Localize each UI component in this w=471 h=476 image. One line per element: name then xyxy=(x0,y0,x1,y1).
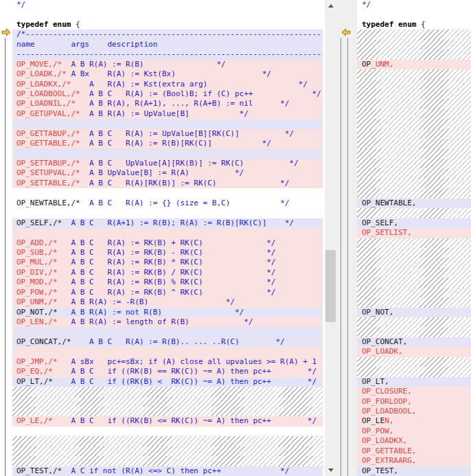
diff-compare-window: */typedef enum {/*----------------------… xyxy=(0,0,471,476)
code-line: OP_DIV,/* A B C R(A) := RK(B) / RK(C) */ xyxy=(12,268,323,277)
code-line: OP_POW,/* A B C R(A) := RK(B) ^ RK(C) */ xyxy=(12,288,323,297)
code-token: { xyxy=(416,20,425,29)
code-token: A B C if ((RK(B) <= RK(C)) ~= A) then pc… xyxy=(53,416,317,425)
code-line xyxy=(357,327,471,337)
code-token: A sBx pc+=sBx; if (A) close all upvalues… xyxy=(58,357,323,366)
code-token: OP_EXTRAARG, xyxy=(362,456,416,465)
code-line: OP_FORLOOP, xyxy=(357,397,471,407)
code-line: OP_NEWTABLE,/* A B C R(A) := {} (size = … xyxy=(12,199,323,208)
right-code-pane[interactable]: */typedef enum {OP_UNM,OP_NEWTABLE,OP_SE… xyxy=(357,0,471,476)
code-token: OP_FORLOOP, xyxy=(362,397,412,406)
code-line: OP_LOADBOOL,/* A B C R(A) := (Bool)B; if… xyxy=(12,89,323,99)
code-line: OP_SETTABLE,/* A B C R(A)[RK(B)] := RK(C… xyxy=(12,179,323,188)
code-line: OP_SELF,/* A B C R(A+1) := R(B); R(A) :=… xyxy=(12,218,323,228)
code-line: OP_NEWTABLE, xyxy=(357,199,471,208)
code-line: OP_MOD,/* A B C R(A) := RK(B) % RK(C) */ xyxy=(12,277,323,287)
code-line xyxy=(357,30,471,39)
code-line: OP_LOADKX, xyxy=(357,436,471,446)
code-line: OP_UNM,/* A B R(A) := -R(B) */ xyxy=(12,297,323,307)
code-token: A B C R(A)[RK(B)] := RK(C) */ xyxy=(80,179,290,188)
middle-strip xyxy=(323,0,357,476)
code-token: A R(A) := Kst(extra arg) */ xyxy=(71,80,307,89)
code-token: OP_GETUPVAL,/* xyxy=(16,109,80,118)
code-line: OP_LOADK,/* A Bx R(A) := Kst(Bx) */ xyxy=(12,69,323,79)
code-line: OP_LEN, xyxy=(357,416,471,426)
code-line xyxy=(357,238,471,248)
code-line: OP_NOT, xyxy=(357,308,471,317)
code-line xyxy=(357,49,471,59)
code-token: OP_LT, xyxy=(362,377,389,386)
code-line xyxy=(357,268,471,277)
code-line xyxy=(357,277,471,287)
code-token: OP_CONCAT, xyxy=(362,337,407,346)
code-token: A B R(A) := -R(B) */ xyxy=(58,297,235,306)
code-token: OP_GETTABLE,/* xyxy=(16,139,80,148)
code-line: OP_GETTABLE,/* A B C R(A) := R(B)[RK(C)]… xyxy=(12,139,323,148)
code-token: A B C R(A+1) := R(B); R(A) := R(B)[RK(C)… xyxy=(62,218,294,227)
code-token: OP_LEN,/* xyxy=(16,317,58,326)
code-line xyxy=(12,10,323,19)
code-line: OP_CONCAT, xyxy=(357,337,471,347)
scrollbar-thumb[interactable] xyxy=(325,250,336,322)
code-token: A B C R(A) := UpValue[B][RK(C)] */ xyxy=(80,129,294,138)
code-line xyxy=(12,446,323,456)
code-token: OP_TEST,/* xyxy=(16,466,62,475)
code-token: A B C if ((RK(B) < RK(C)) ~= A) then pc+… xyxy=(53,377,317,386)
code-line: OP_TEST, xyxy=(357,466,471,476)
code-line: OP_LT,/* A B C if ((RK(B) < RK(C)) ~= A)… xyxy=(12,377,323,387)
code-token: OP_LOADK,/* xyxy=(16,69,67,78)
code-token: A B C if ((RK(B) == RK(C)) ~= A) then pc… xyxy=(53,367,317,376)
code-line: OP_LOADNIL,/* A B R(A), R(A+1), ..., R(A… xyxy=(12,99,323,109)
code-token: */ xyxy=(16,0,25,9)
code-token: A B C R(A) := (Bool)B; if (C) pc++ */ xyxy=(80,89,321,98)
code-token: OP_NOT,/* xyxy=(16,308,58,317)
code-token: name args description xyxy=(16,40,157,49)
scrollbar-down-button[interactable] xyxy=(325,464,336,476)
code-line: /*--------------------------------------… xyxy=(12,30,323,39)
code-line xyxy=(357,248,471,258)
scrollbar-up-button[interactable] xyxy=(325,0,336,12)
code-token: A B UpValue[B] := R(A) */ xyxy=(80,168,244,177)
code-token: A C if not (R(A) <=> C) then pc++ */ xyxy=(62,466,289,475)
code-token: N, xyxy=(384,416,393,425)
left-code-pane[interactable]: */typedef enum {/*----------------------… xyxy=(12,0,323,476)
code-line: OP_ADD,/* A B C R(A) := RK(B) + RK(C) */ xyxy=(12,238,323,248)
code-line: OP_GETUPVAL,/* A B R(A) := UpValue[B] */ xyxy=(12,109,323,119)
code-token: */ xyxy=(362,0,371,9)
code-line xyxy=(357,317,471,327)
code-line xyxy=(12,208,323,218)
code-line xyxy=(12,327,323,337)
code-line: OP_EQ,/* A B C if ((RK(B) == RK(C)) ~= A… xyxy=(12,367,323,376)
code-token: OP_LE,/* xyxy=(16,416,53,425)
code-token: A B C R(A) := R(B)[RK(C)] */ xyxy=(80,139,271,148)
left-gutter-line xyxy=(5,38,5,476)
code-line xyxy=(12,347,323,356)
code-token: A B R(A) := UpValue[B] */ xyxy=(80,109,249,118)
code-token: A B C R(A) := RK(B) + RK(C) */ xyxy=(58,238,276,247)
code-token: OP_LOADK, xyxy=(362,347,403,356)
code-token: A B R(A), R(A+1), ..., R(A+B) := nil */ xyxy=(76,99,289,108)
code-token: OP_CONCAT,/* xyxy=(16,337,71,346)
code-token: OP_TEST, xyxy=(362,466,398,475)
code-token: OP_GETTABUP,/* xyxy=(16,129,80,138)
code-token: OP_POW,/* xyxy=(16,288,58,297)
code-line xyxy=(357,168,471,178)
current-diff-arrow-right-icon xyxy=(1,28,11,36)
left-gutter xyxy=(0,0,12,476)
code-line: OP_JMP,/* A sBx pc+=sBx; if (A) close al… xyxy=(12,357,323,367)
code-token: typedef enum xyxy=(362,20,416,29)
code-token: A B C R(A) := RK(B) % RK(C) */ xyxy=(58,277,276,286)
code-line: OP_SETTABUP,/* A B C UpValue[A][RK(B)] :… xyxy=(12,159,323,168)
code-line xyxy=(357,40,471,49)
code-token: OP_SELF,/* xyxy=(16,218,62,227)
code-line: OP_LT, xyxy=(357,377,471,387)
code-token: OP_NOT, xyxy=(362,308,393,317)
code-line: */ xyxy=(12,0,323,10)
code-line xyxy=(357,10,471,19)
code-line xyxy=(12,188,323,198)
code-line xyxy=(357,159,471,168)
vertical-scrollbar[interactable] xyxy=(325,0,336,476)
code-line: OP_LOADKX,/* A R(A) := Kst(extra arg) */ xyxy=(12,80,323,89)
code-token: { xyxy=(71,20,80,29)
code-line xyxy=(357,139,471,148)
